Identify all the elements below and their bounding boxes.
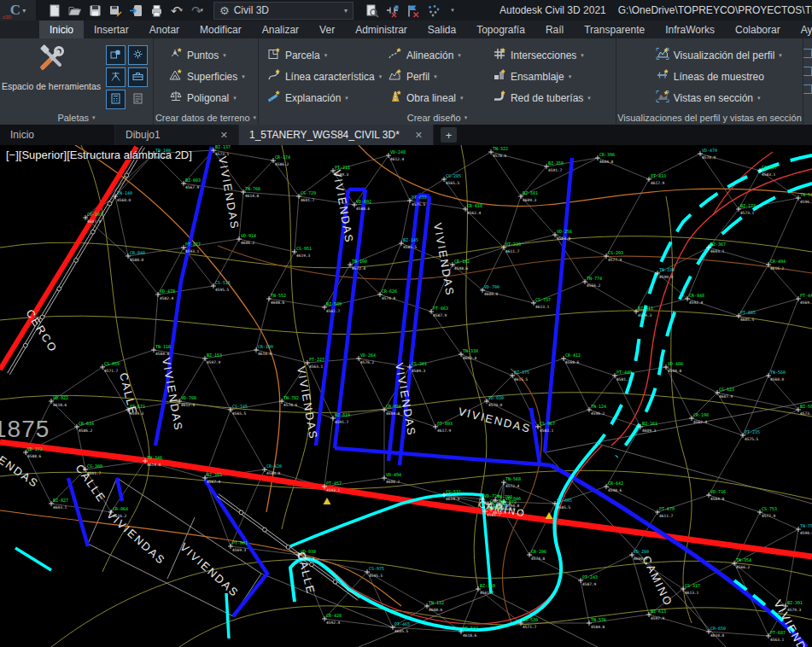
app-logo-sub: c3D [3,15,12,20]
svg-text:4562.4: 4562.4 [693,420,708,424]
parcela-button[interactable]: Parcela▾ [262,44,383,66]
svg-text:4612.4: 4612.4 [390,157,405,161]
ribbon-tab-infraworks[interactable]: InfraWorks [655,20,725,38]
panel-caption-paletas[interactable]: Paletas▾ [0,110,153,125]
linea-caracteristica-button[interactable]: Línea característica▾ [262,66,383,87]
svg-text:4562.4: 4562.4 [467,211,482,215]
viewport-visual-style-control[interactable]: [Estructura alámbrica 2D] [67,149,192,161]
workspace-selector[interactable]: ⚙ Civil 3D ▾ [213,2,353,20]
close-icon[interactable]: ✕ [415,130,423,141]
ribbon-tab-administrar[interactable]: Administrar [345,20,418,38]
svg-text:CR-840: CR-840 [130,250,145,255]
open-button[interactable] [65,2,84,19]
grid-coordinate-label: 1875 [0,416,50,442]
save-as-button[interactable] [106,2,125,19]
ribbon-tab-transparente[interactable]: Transparente [574,20,655,38]
lineas-muestreo-button[interactable]: Líneas de muestreo [651,66,787,87]
red-tuberias-button[interactable]: Red de tuberías▾ [488,87,616,108]
explanacion-button[interactable]: Explanación▾ [262,87,383,108]
svg-text:PT-433: PT-433 [651,173,666,178]
file-tab-inicio[interactable]: Inicio [0,125,115,145]
ribbon-tab-insertar[interactable]: Insertar [84,20,139,38]
flag-remove-button[interactable] [403,2,422,19]
svg-text:CR-848: CR-848 [689,293,704,298]
ensamblaje-button[interactable]: Ensamblaje▾ [488,66,616,87]
svg-text:CS-745: CS-745 [232,404,248,409]
svg-text:PT-219: PT-219 [505,242,521,247]
parcel-icon [267,47,281,64]
new-drawing-tab-button[interactable]: + [441,127,457,143]
panel-caption-terreno[interactable]: Crear datos de terreno▾ [154,110,258,125]
close-icon[interactable]: ✕ [220,130,228,141]
toolbox-icon [132,70,143,85]
svg-text:VD-264: VD-264 [360,353,376,358]
survey-toggle-button[interactable] [106,67,126,87]
svg-text:4607.9: 4607.9 [719,394,733,399]
svg-text:CR-412: CR-412 [565,353,581,358]
undo-button[interactable]: ↶▾ [167,2,186,19]
ribbon-tab-rail[interactable]: Raíl [535,20,574,38]
panel-caption-diseno[interactable]: Crear diseño▾ [259,110,616,125]
ribbon-tab-anotar[interactable]: Anotar [139,20,190,38]
obra-lineal-button[interactable]: Obra lineal▾ [383,87,488,108]
svg-text:BZ-169: BZ-169 [480,583,495,588]
sample-lines-icon [656,68,669,85]
svg-text:4595.5: 4595.5 [215,288,230,292]
ribbon-tab-colaborar[interactable]: Colaborar [725,20,791,38]
ribbon-tab-ayuda[interactable]: Ayuda [791,20,812,38]
ribbon-tab-topografia[interactable]: Topografía [466,20,535,38]
svg-text:4595.5: 4595.5 [369,574,383,578]
properties-toggle-button[interactable] [128,90,148,109]
svg-text:VD-470: VD-470 [702,148,717,153]
toolspace-button[interactable]: Espacio de herramientas [0,38,102,110]
calculator-toggle-button[interactable] [106,90,126,109]
viewport-view-control[interactable]: [Superior] [19,149,67,161]
plot-transfer-button[interactable] [126,2,145,19]
svg-text:4565.5: 4565.5 [446,181,460,185]
superficies-button[interactable]: Superficies▾ [164,66,250,87]
viewport-controls: [−][Superior][Estructura alámbrica 2D] [6,149,192,161]
ribbon-tab-modificar[interactable]: Modificar [190,20,252,38]
intersecciones-button[interactable]: Intersecciones▾ [488,44,616,66]
drawing-area: TN-1004560.0BZ-1374573.1CR-1744586.2PT-2… [0,145,812,647]
visualizacion-perfil-button[interactable]: Visualización del perfil▾ [651,44,787,66]
toolbox-toggle-button[interactable] [128,67,148,87]
application-menu-button[interactable]: C c3D ▾ [0,0,36,20]
file-tab-active-drawing[interactable]: 1_5TANERY_WGS84_CIVIL 3D* ✕ [239,125,434,145]
ribbon-tab-inicio[interactable]: Inicio [39,20,84,38]
toolbar-expand-button[interactable]: ▾ [444,2,463,19]
ribbon-tab-ver[interactable]: Ver [309,20,345,38]
puntos-button[interactable]: Puntos▾ [164,44,250,66]
save-button[interactable] [85,2,104,19]
ribbon-tab-analizar[interactable]: Analizar [252,20,309,38]
match-properties-button[interactable] [383,2,401,19]
clipped-icon [803,85,812,94]
svg-text:4570.0: 4570.0 [488,403,503,407]
poligonal-button[interactable]: Poligonal▾ [164,87,250,108]
redo-button[interactable]: ↷▾ [188,2,207,19]
file-tab-dibujo1[interactable]: Dibujo1 ✕ [115,125,239,145]
print-button[interactable] [147,2,166,19]
ribbon-tab-bar: Inicio Insertar Anotar Modificar Analiza… [0,20,812,38]
model-space-viewport[interactable]: TN-1004560.0BZ-1374573.1CR-1744586.2PT-2… [0,145,812,647]
svg-text:BZ-161: BZ-161 [642,421,657,426]
match-properties-icon [385,3,400,18]
viewport-minimize-control[interactable]: [−] [6,149,19,161]
svg-text:CS-959: CS-959 [104,361,120,366]
alineacion-button[interactable]: Alineación▾ [383,44,488,66]
vistas-seccion-button[interactable]: Vistas en sección▾ [651,87,787,108]
svg-text:4590.0: 4590.0 [800,531,812,535]
svg-text:4565.5: 4565.5 [232,411,247,416]
panel-caption-visualizaciones[interactable]: Visualizaciones del perfil y vistas en s… [616,110,803,125]
svg-text:4566.2: 4566.2 [736,565,751,569]
ribbon-tab-salida[interactable]: Salida [418,20,466,38]
search-document-button[interactable] [362,2,381,19]
toolspace-toggle-button[interactable] [106,45,126,65]
isolate-objects-button[interactable] [424,2,442,19]
perfil-button[interactable]: Perfil▾ [383,66,488,87]
settings-toggle-button[interactable] [128,45,148,65]
svg-text:VIVIENDAS: VIVIENDAS [431,222,457,298]
svg-text:VD-502: VD-502 [463,626,478,631]
svg-text:VIVIENDAS: VIVIENDAS [457,405,532,435]
new-file-button[interactable] [44,2,63,19]
